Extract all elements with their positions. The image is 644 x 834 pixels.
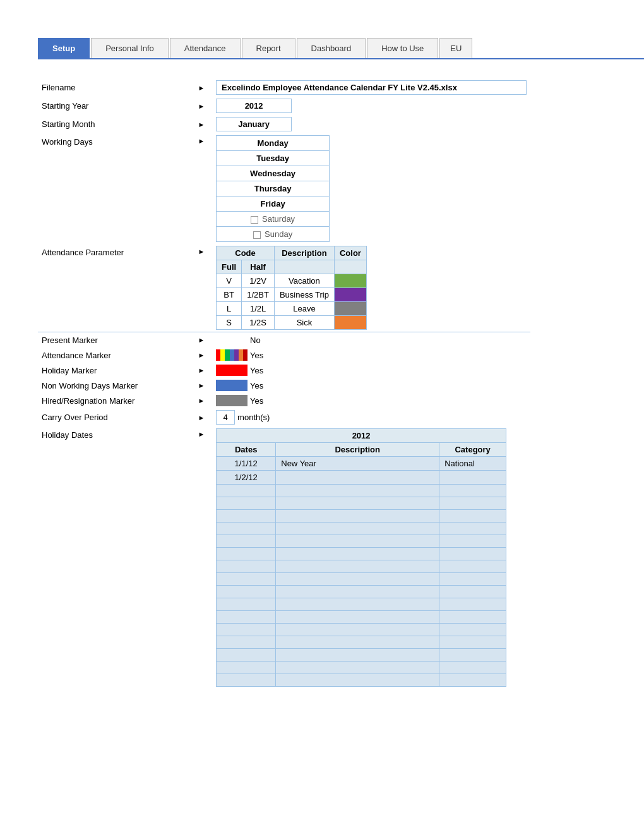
att-vacation-full: V <box>217 274 242 288</box>
non-working-days-text: Yes <box>250 381 263 390</box>
holiday-row-11 <box>217 586 506 598</box>
nav-tabs: Setup Personal Info Attendance Report Da… <box>38 38 644 59</box>
present-marker-value-container: No <box>216 334 527 346</box>
tab-how-to-use[interactable]: How to Use <box>367 38 438 58</box>
att-leave-half: 1/2L <box>242 302 275 316</box>
filename-label: Filename <box>38 78 191 97</box>
working-days-arrow: ► <box>191 133 212 244</box>
holiday-marker-color <box>216 365 247 376</box>
carry-over-value-container: 4 month(s) <box>216 410 527 425</box>
tab-attendance[interactable]: Attendance <box>170 38 241 58</box>
tab-eu-label: EU <box>450 44 462 53</box>
mc-blue <box>230 349 234 361</box>
holiday-row-16 <box>217 649 506 662</box>
attendance-marker-value-container: Yes <box>216 349 527 361</box>
tab-report[interactable]: Report <box>242 38 295 58</box>
wd-tuesday[interactable]: Tuesday <box>217 151 329 166</box>
hired-resignation-label: Hired/Resignation Marker <box>38 393 191 408</box>
mc-purple <box>234 349 239 361</box>
filename-arrow: ► <box>191 78 212 97</box>
holiday-row-12 <box>217 598 506 611</box>
tab-how-to-use-label: How to Use <box>381 44 424 53</box>
wd-sunday[interactable]: Sunday <box>217 227 329 241</box>
hired-resignation-marker-row: Hired/Resignation Marker ► Yes <box>38 393 530 408</box>
filename-row: Filename ► Excelindo Employee Attendance… <box>38 78 530 97</box>
att-param-sick-row: S 1/2S Sick <box>217 316 367 330</box>
non-working-days-arrow: ► <box>191 378 212 393</box>
mc-yellow <box>220 349 225 361</box>
wd-monday[interactable]: Monday <box>217 136 329 151</box>
holiday-row-4 <box>217 497 506 510</box>
att-bt-full: BT <box>217 288 242 302</box>
holiday-marker-row: Holiday Marker ► Yes <box>38 363 530 378</box>
holiday-marker-text: Yes <box>250 366 263 375</box>
mc-orange <box>239 349 243 361</box>
attendance-parameter-arrow: ► <box>191 244 212 332</box>
holiday-dates-row: Holiday Dates ► 2012 Dates Description C… <box>38 426 530 689</box>
tab-eu[interactable]: EU <box>439 38 472 58</box>
carry-over-unit: month(s) <box>237 413 270 422</box>
wd-saturday[interactable]: Saturday <box>217 212 329 227</box>
holiday-date-1[interactable]: 1/1/12 <box>217 457 276 471</box>
holiday-row-14 <box>217 624 506 636</box>
att-param-desc-subheader <box>274 260 334 274</box>
att-param-desc-header: Description <box>274 246 334 260</box>
non-working-days-color <box>216 380 247 391</box>
holiday-row-3 <box>217 485 506 497</box>
att-vacation-desc: Vacation <box>274 274 334 288</box>
holiday-category-2[interactable] <box>439 471 506 485</box>
holiday-row-7 <box>217 535 506 548</box>
att-param-color-header: Color <box>334 246 366 260</box>
holiday-year-row: 2012 <box>217 429 506 443</box>
hired-resignation-value-container: Yes <box>216 395 527 406</box>
wd-wednesday[interactable]: Wednesday <box>217 166 329 181</box>
holiday-category-col-header: Category <box>439 443 506 457</box>
wd-thursday[interactable]: Thursday <box>217 181 329 196</box>
att-sick-desc: Sick <box>274 316 334 330</box>
att-param-leave-row: L 1/2L Leave <box>217 302 367 316</box>
wd-friday[interactable]: Friday <box>217 196 329 212</box>
holiday-marker-arrow: ► <box>191 363 212 378</box>
saturday-checkbox[interactable] <box>251 216 258 224</box>
holiday-dates-label: Holiday Dates <box>38 426 191 689</box>
holiday-row-8 <box>217 548 506 560</box>
holiday-dates-table: 2012 Dates Description Category 1/1/12 N… <box>216 428 506 687</box>
attendance-marker-row: Attendance Marker ► Yes <box>38 348 530 363</box>
att-param-bt-row: BT 1/2BT Business Trip <box>217 288 367 302</box>
carry-over-number[interactable]: 4 <box>216 410 235 425</box>
holiday-row-1: 1/1/12 New Year National <box>217 457 506 471</box>
att-vacation-color <box>334 274 366 288</box>
att-bt-desc: Business Trip <box>274 288 334 302</box>
holiday-row-10 <box>217 573 506 586</box>
tab-report-label: Report <box>256 44 281 53</box>
tab-personal-info[interactable]: Personal Info <box>91 38 169 58</box>
tab-personal-info-label: Personal Info <box>105 44 154 53</box>
tab-setup[interactable]: Setup <box>38 38 90 58</box>
attendance-marker-label: Attendance Marker <box>38 348 191 363</box>
holiday-desc-1[interactable]: New Year <box>276 457 439 471</box>
holiday-desc-2[interactable] <box>276 471 439 485</box>
present-marker-arrow: ► <box>191 332 212 348</box>
present-marker-bar <box>216 334 247 346</box>
sunday-checkbox[interactable] <box>253 231 261 239</box>
att-leave-color <box>334 302 366 316</box>
starting-year-value[interactable]: 2012 <box>216 99 292 113</box>
starting-year-row: Starting Year ► 2012 <box>38 97 530 115</box>
holiday-row-15 <box>217 636 506 649</box>
non-working-days-value-container: Yes <box>216 380 527 391</box>
holiday-row-6 <box>217 523 506 535</box>
working-days-box: Monday Tuesday Wednesday Thursday Friday… <box>216 135 330 242</box>
tab-dashboard[interactable]: Dashboard <box>297 38 366 58</box>
attendance-marker-text: Yes <box>250 351 263 360</box>
starting-year-label: Starting Year <box>38 97 191 115</box>
holiday-desc-col-header: Description <box>276 443 439 457</box>
att-param-half-header: Half <box>242 260 275 274</box>
holiday-year-value: 2012 <box>217 429 506 443</box>
starting-month-value[interactable]: January <box>216 117 292 131</box>
non-working-days-label: Non Working Days Marker <box>38 378 191 393</box>
attendance-parameter-row: Attendance Parameter ► Code Description … <box>38 244 530 332</box>
holiday-date-2[interactable]: 1/2/12 <box>217 471 276 485</box>
tab-attendance-label: Attendance <box>184 44 226 53</box>
holiday-marker-value-container: Yes <box>216 365 527 376</box>
holiday-category-1[interactable]: National <box>439 457 506 471</box>
